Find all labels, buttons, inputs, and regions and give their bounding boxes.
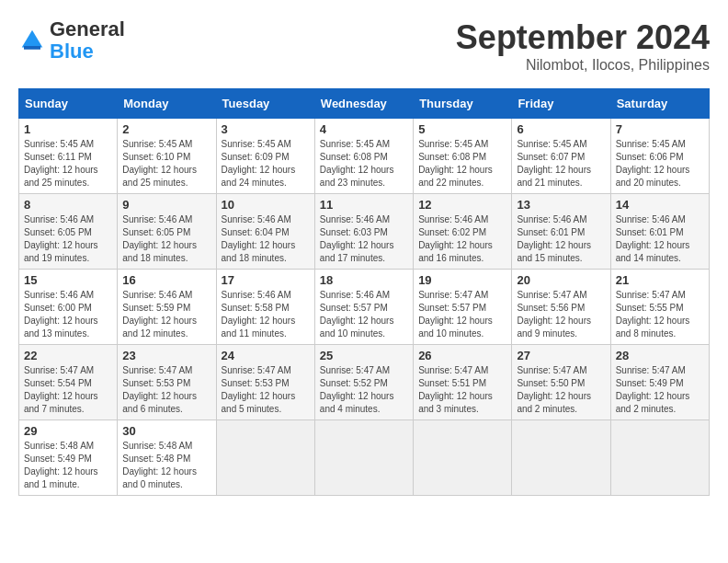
- calendar-week-5: 29Sunrise: 5:48 AM Sunset: 5:49 PM Dayli…: [19, 420, 710, 496]
- day-info: Sunrise: 5:46 AM Sunset: 5:58 PM Dayligh…: [222, 289, 310, 340]
- calendar-cell: 23Sunrise: 5:47 AM Sunset: 5:53 PM Dayli…: [118, 345, 216, 420]
- day-info: Sunrise: 5:46 AM Sunset: 6:03 PM Dayligh…: [320, 213, 408, 265]
- day-number: 14: [616, 198, 704, 212]
- calendar-cell: 28Sunrise: 5:47 AM Sunset: 5:49 PM Dayli…: [610, 345, 709, 420]
- day-info: Sunrise: 5:47 AM Sunset: 5:49 PM Dayligh…: [616, 364, 704, 416]
- day-info: Sunrise: 5:46 AM Sunset: 6:02 PM Dayligh…: [418, 213, 506, 265]
- day-info: Sunrise: 5:46 AM Sunset: 5:59 PM Dayligh…: [122, 289, 210, 340]
- calendar-cell: 16Sunrise: 5:46 AM Sunset: 5:59 PM Dayli…: [118, 270, 216, 345]
- calendar-cell: 2Sunrise: 5:45 AM Sunset: 6:10 PM Daylig…: [118, 119, 216, 194]
- day-number: 16: [122, 273, 210, 287]
- calendar-cell: 17Sunrise: 5:46 AM Sunset: 5:58 PM Dayli…: [216, 270, 314, 345]
- day-info: Sunrise: 5:46 AM Sunset: 6:05 PM Dayligh…: [122, 213, 210, 265]
- day-info: Sunrise: 5:45 AM Sunset: 6:11 PM Dayligh…: [24, 138, 112, 190]
- day-number: 10: [222, 198, 310, 212]
- calendar-cell: [512, 420, 610, 496]
- calendar-cell: 18Sunrise: 5:46 AM Sunset: 5:57 PM Dayli…: [314, 270, 413, 345]
- calendar-cell: 5Sunrise: 5:45 AM Sunset: 6:08 PM Daylig…: [414, 119, 512, 194]
- day-info: Sunrise: 5:45 AM Sunset: 6:09 PM Dayligh…: [222, 138, 310, 190]
- day-info: Sunrise: 5:45 AM Sunset: 6:07 PM Dayligh…: [517, 138, 605, 190]
- day-number: 9: [122, 198, 210, 212]
- day-number: 6: [517, 122, 605, 136]
- calendar-table: SundayMondayTuesdayWednesdayThursdayFrid…: [18, 88, 710, 496]
- day-number: 19: [418, 273, 506, 287]
- calendar-cell: 7Sunrise: 5:45 AM Sunset: 6:06 PM Daylig…: [610, 119, 709, 194]
- calendar-cell: 21Sunrise: 5:47 AM Sunset: 5:55 PM Dayli…: [610, 270, 709, 345]
- calendar-cell: 25Sunrise: 5:47 AM Sunset: 5:52 PM Dayli…: [314, 345, 413, 420]
- calendar-cell: 1Sunrise: 5:45 AM Sunset: 6:11 PM Daylig…: [19, 119, 118, 194]
- day-number: 22: [24, 349, 112, 362]
- calendar-cell: 14Sunrise: 5:46 AM Sunset: 6:01 PM Dayli…: [610, 194, 709, 270]
- header-monday: Monday: [118, 89, 216, 119]
- month-title: September 2024: [456, 18, 710, 57]
- day-info: Sunrise: 5:47 AM Sunset: 5:53 PM Dayligh…: [122, 364, 210, 416]
- header-friday: Friday: [512, 89, 610, 119]
- day-number: 5: [418, 122, 506, 136]
- calendar-cell: 15Sunrise: 5:46 AM Sunset: 6:00 PM Dayli…: [19, 270, 118, 345]
- calendar-cell: 10Sunrise: 5:46 AM Sunset: 6:04 PM Dayli…: [216, 194, 314, 270]
- day-number: 23: [122, 349, 210, 362]
- day-info: Sunrise: 5:46 AM Sunset: 6:01 PM Dayligh…: [616, 213, 704, 265]
- calendar-cell: [414, 420, 512, 496]
- day-number: 2: [122, 122, 210, 136]
- header-wednesday: Wednesday: [314, 89, 413, 119]
- day-number: 15: [24, 273, 112, 287]
- calendar-week-1: 1Sunrise: 5:45 AM Sunset: 6:11 PM Daylig…: [19, 119, 710, 194]
- calendar-week-2: 8Sunrise: 5:46 AM Sunset: 6:05 PM Daylig…: [19, 194, 710, 270]
- day-info: Sunrise: 5:48 AM Sunset: 5:48 PM Dayligh…: [122, 440, 210, 491]
- day-info: Sunrise: 5:46 AM Sunset: 6:04 PM Dayligh…: [222, 213, 310, 265]
- title-area: September 2024 Nilombot, Ilocos, Philipp…: [456, 18, 710, 74]
- header-thursday: Thursday: [414, 89, 512, 119]
- day-info: Sunrise: 5:47 AM Sunset: 5:52 PM Dayligh…: [320, 364, 408, 416]
- day-number: 7: [616, 122, 704, 136]
- day-info: Sunrise: 5:46 AM Sunset: 6:00 PM Dayligh…: [24, 289, 112, 340]
- day-info: Sunrise: 5:47 AM Sunset: 5:50 PM Dayligh…: [517, 364, 605, 416]
- day-number: 13: [517, 198, 605, 212]
- calendar-cell: 22Sunrise: 5:47 AM Sunset: 5:54 PM Dayli…: [19, 345, 118, 420]
- header: General Blue September 2024 Nilombot, Il…: [18, 18, 710, 74]
- day-info: Sunrise: 5:47 AM Sunset: 5:56 PM Dayligh…: [517, 289, 605, 340]
- calendar-week-3: 15Sunrise: 5:46 AM Sunset: 6:00 PM Dayli…: [19, 270, 710, 345]
- location: Nilombot, Ilocos, Philippines: [456, 57, 710, 74]
- calendar-cell: 9Sunrise: 5:46 AM Sunset: 6:05 PM Daylig…: [118, 194, 216, 270]
- calendar-cell: 6Sunrise: 5:45 AM Sunset: 6:07 PM Daylig…: [512, 119, 610, 194]
- calendar-cell: 30Sunrise: 5:48 AM Sunset: 5:48 PM Dayli…: [118, 420, 216, 496]
- day-info: Sunrise: 5:46 AM Sunset: 6:05 PM Dayligh…: [24, 213, 112, 265]
- calendar-cell: 24Sunrise: 5:47 AM Sunset: 5:53 PM Dayli…: [216, 345, 314, 420]
- logo-icon: [18, 27, 46, 54]
- day-number: 24: [222, 349, 310, 362]
- calendar-cell: 29Sunrise: 5:48 AM Sunset: 5:49 PM Dayli…: [19, 420, 118, 496]
- day-number: 26: [418, 349, 506, 362]
- day-number: 20: [517, 273, 605, 287]
- day-info: Sunrise: 5:47 AM Sunset: 5:57 PM Dayligh…: [418, 289, 506, 340]
- days-header-row: SundayMondayTuesdayWednesdayThursdayFrid…: [19, 89, 710, 119]
- calendar-cell: 27Sunrise: 5:47 AM Sunset: 5:50 PM Dayli…: [512, 345, 610, 420]
- logo: General Blue: [18, 18, 125, 63]
- day-info: Sunrise: 5:45 AM Sunset: 6:06 PM Dayligh…: [616, 138, 704, 190]
- day-number: 30: [122, 424, 210, 438]
- day-info: Sunrise: 5:47 AM Sunset: 5:54 PM Dayligh…: [24, 364, 112, 416]
- header-tuesday: Tuesday: [216, 89, 314, 119]
- calendar-cell: 3Sunrise: 5:45 AM Sunset: 6:09 PM Daylig…: [216, 119, 314, 194]
- calendar-cell: [216, 420, 314, 496]
- day-info: Sunrise: 5:45 AM Sunset: 6:08 PM Dayligh…: [418, 138, 506, 190]
- logo-text: General Blue: [50, 18, 125, 63]
- day-info: Sunrise: 5:47 AM Sunset: 5:53 PM Dayligh…: [222, 364, 310, 416]
- day-number: 28: [616, 349, 704, 362]
- calendar-cell: 12Sunrise: 5:46 AM Sunset: 6:02 PM Dayli…: [414, 194, 512, 270]
- day-number: 29: [24, 424, 112, 438]
- day-info: Sunrise: 5:45 AM Sunset: 6:08 PM Dayligh…: [320, 138, 408, 190]
- day-info: Sunrise: 5:46 AM Sunset: 5:57 PM Dayligh…: [320, 289, 408, 340]
- day-number: 25: [320, 349, 408, 362]
- day-info: Sunrise: 5:47 AM Sunset: 5:51 PM Dayligh…: [418, 364, 506, 416]
- calendar-cell: 13Sunrise: 5:46 AM Sunset: 6:01 PM Dayli…: [512, 194, 610, 270]
- calendar-cell: 8Sunrise: 5:46 AM Sunset: 6:05 PM Daylig…: [19, 194, 118, 270]
- day-number: 27: [517, 349, 605, 362]
- day-info: Sunrise: 5:48 AM Sunset: 5:49 PM Dayligh…: [24, 440, 112, 491]
- calendar-cell: 11Sunrise: 5:46 AM Sunset: 6:03 PM Dayli…: [314, 194, 413, 270]
- day-info: Sunrise: 5:45 AM Sunset: 6:10 PM Dayligh…: [122, 138, 210, 190]
- day-number: 4: [320, 122, 408, 136]
- svg-marker-0: [22, 30, 43, 48]
- header-saturday: Saturday: [610, 89, 709, 119]
- calendar-cell: [610, 420, 709, 496]
